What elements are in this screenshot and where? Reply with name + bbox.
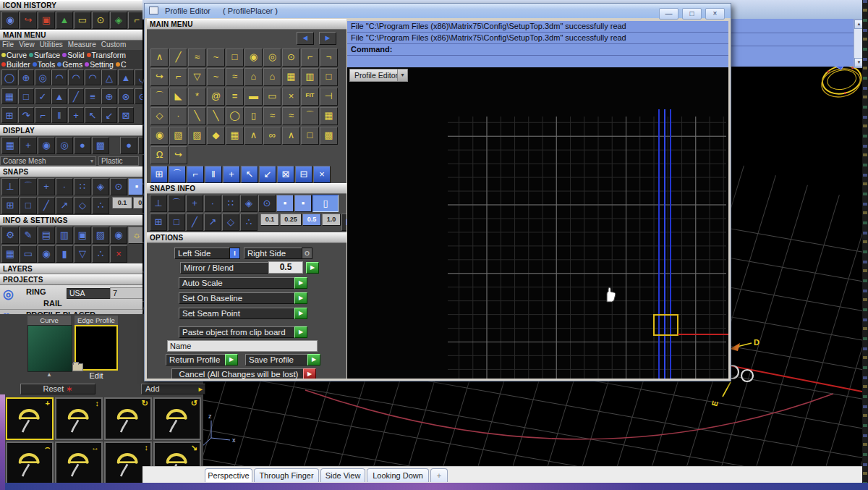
toolbar-icon[interactable]: ▩ [320, 127, 338, 145]
toolbar-icon[interactable]: ◈ [240, 195, 258, 212]
toolbar-icon[interactable]: ∷ [74, 178, 91, 195]
toolbar-icon[interactable]: ✎ [20, 227, 37, 244]
toolbar-icon[interactable]: ▪ [294, 195, 312, 212]
menu-item-file[interactable]: File [2, 41, 14, 48]
toolbar-icon[interactable]: ▣ [38, 12, 55, 29]
toolbar-icon[interactable]: ~ [207, 68, 225, 86]
left-side-toggle[interactable]: I [229, 248, 240, 259]
toolbar-icon[interactable]: ╱ [186, 214, 203, 231]
toolbar-icon[interactable]: ⌐ [187, 166, 204, 183]
paste-from-clipboard-button[interactable]: Paste object from clip board [179, 326, 296, 338]
cancel-go-icon[interactable]: ▶ [303, 368, 316, 379]
pe-viewport-tab-dropdown-icon[interactable]: ▾ [397, 69, 408, 82]
toolbar-icon[interactable]: ⊙ [282, 48, 300, 67]
toolbar-icon[interactable]: ◈ [92, 178, 109, 195]
toolbar-icon[interactable]: ≈ [226, 68, 244, 86]
toolbar-icon[interactable]: ⊕ [101, 88, 117, 104]
menu-item-utilities[interactable]: Utilities [40, 41, 63, 48]
toolbar-icon[interactable]: ⊞ [150, 214, 167, 231]
profile-editor-titlebar[interactable]: Profile Editor ( ProfilePlacer ) — □ × [145, 4, 731, 18]
toolbar-icon[interactable]: × [110, 245, 127, 263]
left-side-button[interactable]: Left Side [174, 248, 232, 259]
toolbar-icon[interactable]: ⊥ [1, 178, 19, 195]
toolbar-icon[interactable]: ▬ [244, 88, 263, 106]
category-menu-item[interactable]: Tools [38, 60, 56, 69]
ring-size-value[interactable]: 7 [110, 287, 142, 299]
toolbar-icon[interactable]: ⊞ [150, 166, 168, 183]
toolbar-icon[interactable]: ▮ [56, 245, 73, 263]
toolbar-icon[interactable]: ▨ [188, 127, 206, 145]
toolbar-icon[interactable]: ◎ [35, 69, 51, 85]
toolbar-icon[interactable]: + [223, 166, 240, 183]
toolbar-icon[interactable]: ≈ [282, 107, 300, 125]
toolbar-icon[interactable]: ⌒ [20, 178, 37, 195]
profile-variant-thumbnail[interactable]: ⌢ [6, 442, 54, 484]
profile-editor-viewport[interactable] [347, 67, 728, 379]
profile-name-input[interactable] [167, 340, 318, 352]
toolbar-icon[interactable]: ~ [207, 48, 225, 67]
category-menu-item[interactable]: Builder [7, 60, 30, 69]
profile-variant-thumbnail[interactable]: ↕ [55, 397, 103, 440]
toolbar-icon[interactable]: ◆ [207, 127, 225, 145]
right-side-toggle[interactable]: O [302, 248, 312, 259]
toolbar-icon[interactable]: ◇ [150, 107, 169, 125]
toolbar-icon[interactable]: ◉ [110, 227, 127, 244]
toolbar-icon[interactable]: □ [320, 68, 338, 86]
toolbar-icon[interactable]: ⊗ [118, 88, 134, 104]
tab-looking-down[interactable]: Looking Down [367, 468, 429, 482]
set-on-baseline-button[interactable]: Set On Baseline [179, 292, 296, 304]
toolbar-icon[interactable]: ∴ [240, 214, 258, 231]
toolbar-icon[interactable]: ⌒ [150, 88, 169, 106]
rail-label[interactable]: RAIL [43, 299, 62, 308]
toolbar-icon[interactable]: ▦ [226, 127, 244, 145]
toolbar-icon[interactable]: ‖ [51, 107, 67, 123]
toolbar-icon[interactable]: ⊞ [341, 214, 346, 231]
toolbar-icon[interactable]: ▯ [244, 107, 263, 125]
toolbar-icon[interactable]: ◣ [169, 88, 187, 106]
toolbar-icon[interactable]: ╱ [38, 197, 55, 214]
profile-variant-thumbnail[interactable]: + [6, 397, 54, 440]
reset-button[interactable]: Reset ∗ [20, 384, 95, 394]
profile-variant-thumbnail[interactable]: ↔ [55, 442, 103, 484]
toolbar-icon[interactable]: ◎ [263, 48, 281, 67]
toolbar-icon[interactable]: ▽ [74, 245, 91, 263]
toolbar-icon[interactable]: ⌒ [168, 195, 185, 212]
toolbar-icon[interactable]: · [169, 107, 187, 125]
toolbar-icon[interactable]: 1.0 [322, 214, 341, 226]
toolbar-icon[interactable]: 0.1 [112, 197, 132, 209]
set-seam-point-button[interactable]: Set Seam Point [179, 308, 296, 319]
toolbar-icon[interactable]: ∴ [92, 245, 109, 263]
toolbar-icon[interactable]: ◠ [51, 69, 67, 85]
material-dropdown[interactable]: Plastic [98, 156, 139, 166]
toolbar-icon[interactable]: ↪ [169, 146, 187, 164]
toolbar-icon[interactable]: ↷ [18, 107, 34, 123]
category-menu-item[interactable]: Surface [34, 51, 60, 59]
toolbar-icon[interactable]: ⊟ [295, 166, 312, 183]
profile-variant-thumbnail[interactable]: ↺ [153, 397, 201, 440]
add-viewport-tab-icon[interactable]: + [430, 468, 448, 482]
toolbar-icon[interactable]: ⌒ [169, 166, 186, 183]
save-profile-go-icon[interactable]: ▶ [307, 354, 320, 366]
toolbar-icon[interactable]: ≡ [226, 88, 244, 106]
maximize-icon[interactable]: □ [682, 8, 702, 20]
toolbar-icon[interactable]: ◉ [150, 127, 169, 145]
toolbar-icon[interactable]: Ω [150, 146, 169, 164]
toolbar-icon[interactable]: ╲ [188, 107, 206, 125]
toolbar-icon[interactable]: 0.25 [133, 197, 142, 209]
cancel-button[interactable]: Cancel (All Changes will be lost) [171, 368, 306, 379]
toolbar-icon[interactable]: ⌐ [169, 68, 187, 86]
mesh-dropdown[interactable]: Coarse Mesh▾ [0, 156, 96, 166]
toolbar-icon[interactable]: ⊙ [258, 195, 276, 212]
menu-item-custom[interactable]: Custom [101, 41, 126, 48]
toolbar-icon[interactable]: ↙ [259, 166, 276, 183]
toolbar-icon[interactable]: ▪ [276, 195, 294, 212]
toolbar-icon[interactable]: ▧ [169, 127, 187, 145]
category-menu-item[interactable]: C [121, 60, 127, 69]
toolbar-icon[interactable]: ● [120, 137, 137, 154]
toolbar-icon[interactable]: ◎ [56, 137, 73, 154]
toolbar-icon[interactable]: ✓ [35, 88, 51, 104]
return-profile-go-icon[interactable]: ▶ [225, 354, 238, 366]
toolbar-icon[interactable]: ◈ [110, 12, 127, 29]
toolbar-icon[interactable]: ⊙ [135, 88, 142, 104]
toolbar-icon[interactable]: ⊙ [110, 178, 127, 195]
